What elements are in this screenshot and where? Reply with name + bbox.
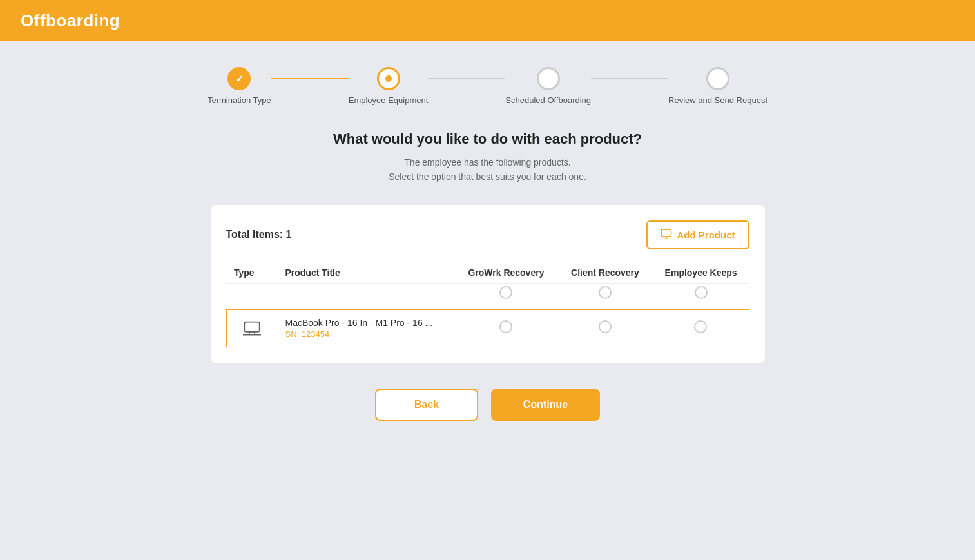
add-product-label: Add Product	[677, 229, 735, 240]
svg-rect-3	[244, 322, 259, 332]
client-recovery-cell	[557, 309, 653, 347]
subtitle-line2: Select the option that best suits you fo…	[389, 171, 586, 182]
navigation-buttons: Back Continue	[375, 389, 600, 421]
col-product-title: Product Title	[277, 262, 455, 284]
product-table: Type Product Title GroWrk Recovery Clien…	[226, 262, 749, 347]
product-type-cell	[226, 309, 277, 347]
col-type: Type	[226, 262, 277, 284]
growrk-recovery-cell	[455, 309, 557, 347]
product-name: MacBook Pro - 16 In - M1 Pro - 16 ...	[285, 318, 447, 328]
add-product-button[interactable]: Add Product	[646, 220, 749, 249]
step-circle-1: ✓	[227, 67, 251, 90]
main-content: ✓ Termination Type Employee Equipment Sc…	[0, 41, 975, 447]
step-label-3: Scheduled Offboarding	[505, 95, 591, 105]
step-review-send: Review and Send Request	[668, 67, 767, 105]
card-header: Total Items: 1 Add Product	[226, 220, 749, 249]
client-recovery-radio[interactable]	[599, 320, 612, 333]
table-header-row: Type Product Title GroWrk Recovery Clien…	[226, 262, 749, 284]
app-header: Offboarding	[0, 0, 975, 41]
table-row: MacBook Pro - 16 In - M1 Pro - 16 ... SN…	[226, 309, 749, 347]
connector-1	[271, 78, 349, 79]
step-label-4: Review and Send Request	[668, 95, 767, 105]
employee-keeps-cell	[653, 309, 749, 347]
subtitle-line1: The employee has the following products.	[404, 157, 570, 168]
col-client-recovery: Client Recovery	[557, 262, 653, 284]
step-label-1: Termination Type	[208, 95, 271, 105]
employee-keeps-radio[interactable]	[694, 320, 707, 333]
back-button[interactable]: Back	[375, 389, 478, 421]
connector-3	[591, 78, 668, 79]
question-section: What would you like to do with each prod…	[333, 131, 642, 184]
monitor-icon	[661, 228, 672, 242]
product-card: Total Items: 1 Add Product Type Product …	[211, 205, 765, 363]
total-items-label: Total Items: 1	[226, 229, 292, 240]
growrk-recovery-radio[interactable]	[499, 320, 512, 333]
step-label-2: Employee Equipment	[349, 95, 429, 105]
product-title-cell: MacBook Pro - 16 In - M1 Pro - 16 ... SN…	[277, 309, 455, 347]
step-termination-type: ✓ Termination Type	[208, 67, 271, 105]
employee-keeps-radio-header[interactable]	[695, 286, 708, 299]
step-scheduled-offboarding: Scheduled Offboarding	[505, 67, 591, 105]
col-employee-keeps: Employee Keeps	[653, 262, 749, 284]
continue-button[interactable]: Continue	[491, 389, 600, 421]
laptop-icon	[235, 319, 270, 337]
col-growrk-recovery: GroWrk Recovery	[455, 262, 557, 284]
connector-2	[428, 78, 505, 79]
step-circle-3	[537, 67, 560, 90]
growrk-recovery-radio-header[interactable]	[499, 286, 512, 299]
client-recovery-radio-header[interactable]	[599, 286, 612, 299]
stepper: ✓ Termination Type Employee Equipment Sc…	[208, 67, 767, 105]
product-serial-number: SN: 123454	[285, 329, 447, 339]
question-subtitle: The employee has the following products.…	[333, 155, 642, 184]
step-employee-equipment: Employee Equipment	[349, 67, 429, 105]
step-circle-4	[706, 67, 729, 90]
step-circle-2	[377, 67, 400, 90]
radio-header-row	[226, 283, 749, 309]
question-title: What would you like to do with each prod…	[333, 131, 642, 148]
app-title: Offboarding	[21, 11, 120, 31]
svg-rect-0	[661, 229, 671, 237]
